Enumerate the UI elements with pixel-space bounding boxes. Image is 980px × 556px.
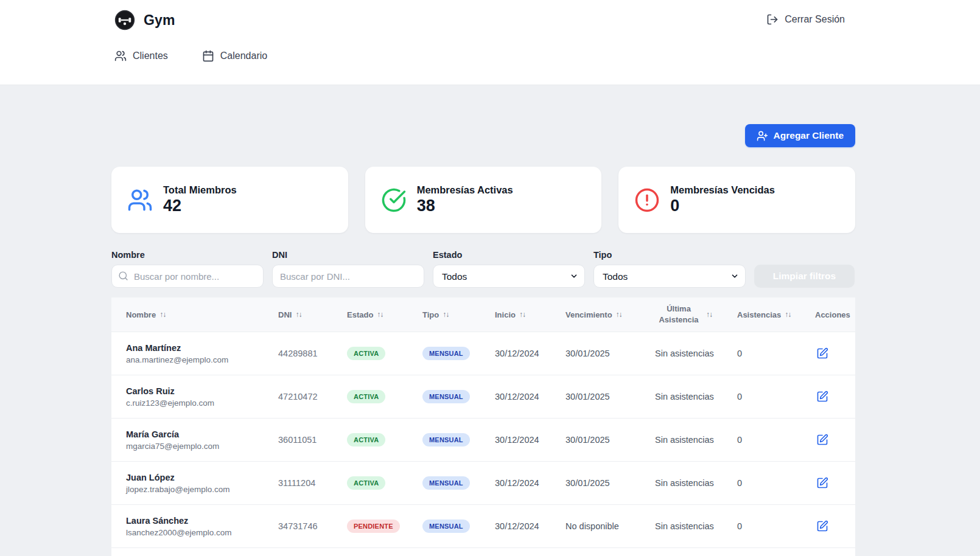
column-header-vencimiento[interactable]: Vencimiento	[565, 310, 655, 319]
tipo-select[interactable]: Todos	[593, 265, 746, 288]
member-name: María García	[126, 429, 273, 439]
filter-estado: Estado Todos	[433, 250, 585, 288]
clear-filters-button[interactable]: Limpiar filtros	[754, 265, 855, 288]
member-ultima-asistencia: Sin asistencias	[655, 392, 737, 401]
filters-bar: Nombre DNI Estado Todos	[111, 250, 855, 288]
users-stat-icon	[127, 187, 153, 213]
search-dni-input[interactable]	[272, 265, 424, 288]
filter-nombre-label: Nombre	[111, 250, 264, 260]
member-email: c.ruiz123@ejemplo.com	[126, 398, 273, 408]
status-badge: ACTIVA	[347, 347, 385, 360]
stat-label: Membresías Activas	[417, 184, 513, 196]
edit-icon	[816, 520, 828, 532]
search-name-input[interactable]	[111, 265, 264, 288]
member-dni: 31111204	[278, 478, 347, 488]
column-header-acciones: Acciones	[815, 310, 855, 319]
filter-tipo-label: Tipo	[593, 250, 746, 260]
member-inicio: 30/12/2024	[495, 349, 565, 358]
member-email: jlopez.trabajo@ejemplo.com	[126, 485, 273, 494]
logout-label: Cerrar Sesión	[785, 14, 845, 25]
member-vencimiento: 30/01/2025	[565, 349, 655, 358]
edit-member-button[interactable]	[815, 389, 830, 404]
type-badge: MENSUAL	[422, 347, 470, 360]
user-plus-icon	[757, 130, 768, 142]
table-row: Carlos Ruiz c.ruiz123@ejemplo.com 472104…	[111, 375, 855, 418]
tab-calendario[interactable]: Calendario	[202, 50, 267, 62]
column-header-estado[interactable]: Estado	[347, 310, 422, 319]
column-header-asistencias[interactable]: Asistencias	[737, 310, 815, 319]
member-asistencias: 0	[737, 392, 815, 401]
gym-logo-icon	[114, 10, 135, 30]
member-vencimiento: No disponible	[565, 521, 655, 531]
main-nav: Clientes Calendario	[114, 50, 855, 62]
member-dni: 34731746	[278, 521, 347, 531]
member-vencimiento: 30/01/2025	[565, 435, 655, 445]
member-ultima-asistencia: Sin asistencias	[655, 521, 737, 531]
table-row: Laura Sánchez lsanchez2000@ejemplo.com 3…	[111, 504, 855, 547]
column-header-ultima-asistencia[interactable]: Última Asistencia	[655, 304, 737, 325]
type-badge: MENSUAL	[422, 520, 470, 533]
member-inicio: 30/12/2024	[495, 478, 565, 488]
member-name: Juan López	[126, 473, 273, 482]
member-ultima-asistencia: Sin asistencias	[655, 349, 737, 358]
stat-value: 38	[417, 196, 513, 215]
member-vencimiento: 30/01/2025	[565, 392, 655, 401]
check-circle-icon	[381, 187, 407, 213]
member-email: lsanchez2000@ejemplo.com	[126, 528, 273, 537]
member-inicio: 30/12/2024	[495, 521, 565, 531]
main-content: Agregar Cliente Total Miembros 42	[0, 124, 980, 556]
edit-member-button[interactable]	[815, 433, 830, 447]
stat-card-expired: Membresías Vencidas 0	[618, 167, 855, 233]
members-table: Nombre DNI Estado Tipo Inicio Vencimient…	[111, 297, 855, 556]
member-inicio: 30/12/2024	[495, 392, 565, 401]
app-header: Gym Cerrar Sesión Clientes	[0, 0, 980, 85]
status-badge: PENDIENTE	[347, 520, 400, 533]
edit-icon	[816, 347, 828, 360]
stat-card-total: Total Miembros 42	[111, 167, 348, 233]
status-badge: ACTIVA	[347, 476, 385, 490]
member-email: ana.martinez@ejemplo.com	[126, 355, 273, 364]
edit-member-button[interactable]	[815, 519, 830, 533]
edit-icon	[816, 477, 828, 489]
filter-dni-label: DNI	[272, 250, 424, 260]
member-inicio: 30/12/2024	[495, 435, 565, 445]
brand: Gym	[114, 0, 855, 30]
member-asistencias: 0	[737, 478, 815, 488]
estado-select[interactable]: Todos	[433, 265, 585, 288]
member-ultima-asistencia: Sin asistencias	[655, 478, 737, 488]
member-dni: 44289881	[278, 349, 347, 358]
table-header-row: Nombre DNI Estado Tipo Inicio Vencimient…	[111, 297, 855, 332]
table-row	[111, 547, 855, 556]
add-client-button[interactable]: Agregar Cliente	[745, 124, 855, 147]
column-header-tipo[interactable]: Tipo	[422, 310, 495, 319]
member-email: mgarcia75@ejemplo.com	[126, 442, 273, 451]
stat-card-active: Membresías Activas 38	[365, 167, 602, 233]
member-name: Laura Sánchez	[126, 516, 273, 526]
alert-circle-icon	[634, 187, 660, 213]
table-row: María García mgarcia75@ejemplo.com 36011…	[111, 418, 855, 461]
member-dni: 47210472	[278, 392, 347, 401]
stat-label: Total Miembros	[163, 184, 237, 196]
users-icon	[114, 50, 127, 62]
member-asistencias: 0	[737, 435, 815, 445]
member-asistencias: 0	[737, 521, 815, 531]
filter-estado-label: Estado	[433, 250, 585, 260]
member-name: Ana Martínez	[126, 343, 273, 353]
column-header-nombre[interactable]: Nombre	[126, 310, 278, 319]
member-vencimiento: 30/01/2025	[565, 478, 655, 488]
member-asistencias: 0	[737, 349, 815, 358]
table-row: Juan López jlopez.trabajo@ejemplo.com 31…	[111, 461, 855, 504]
stat-label: Membresías Vencidas	[670, 184, 775, 196]
toolbar: Agregar Cliente	[111, 124, 855, 147]
tab-clientes-label: Clientes	[133, 50, 168, 61]
edit-member-button[interactable]	[815, 476, 830, 490]
logout-icon	[766, 13, 779, 26]
edit-member-button[interactable]	[815, 346, 830, 361]
page-title: Gym	[144, 12, 175, 29]
edit-icon	[816, 391, 828, 403]
tab-clientes[interactable]: Clientes	[114, 50, 168, 62]
column-header-inicio[interactable]: Inicio	[495, 310, 565, 319]
column-header-dni[interactable]: DNI	[278, 310, 347, 319]
logout-button[interactable]: Cerrar Sesión	[766, 13, 845, 26]
member-dni: 36011051	[278, 435, 347, 445]
